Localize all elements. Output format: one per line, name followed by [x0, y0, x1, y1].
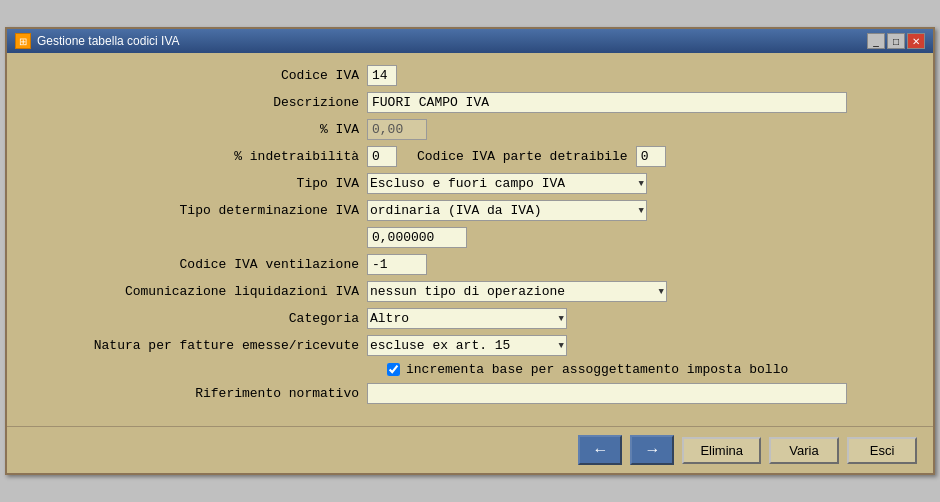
- extra-value-row: [27, 227, 913, 248]
- ventilazione-label: Codice IVA ventilazione: [27, 257, 367, 272]
- title-bar-left: ⊞ Gestione tabella codici IVA: [15, 33, 180, 49]
- window-icon: ⊞: [15, 33, 31, 49]
- natura-row: Natura per fatture emesse/ricevute esclu…: [27, 335, 913, 356]
- form-content: Codice IVA Descrizione % IVA % indetraib…: [7, 53, 933, 422]
- bottom-bar: ← → Elimina Varia Esci: [7, 426, 933, 473]
- indet-row: % indetraibilità Codice IVA parte detrai…: [27, 146, 913, 167]
- tipo-det-select-wrapper: ordinaria (IVA da IVA) altra: [367, 200, 647, 221]
- descrizione-label: Descrizione: [27, 95, 367, 110]
- extra-value-input[interactable]: [367, 227, 467, 248]
- categoria-label: Categoria: [27, 311, 367, 326]
- elimina-button[interactable]: Elimina: [682, 437, 761, 464]
- riferimento-label: Riferimento normativo: [27, 386, 367, 401]
- main-window: ⊞ Gestione tabella codici IVA _ □ ✕ Codi…: [5, 27, 935, 475]
- categoria-select-wrapper: Altro Imponibile Esente: [367, 308, 567, 329]
- bollo-checkbox[interactable]: [387, 363, 400, 376]
- codice-iva-input[interactable]: [367, 65, 397, 86]
- title-bar: ⊞ Gestione tabella codici IVA _ □ ✕: [7, 29, 933, 53]
- ventilazione-row: Codice IVA ventilazione: [27, 254, 913, 275]
- maximize-button[interactable]: □: [887, 33, 905, 49]
- natura-select[interactable]: escluse ex art. 15 non soggette esenti: [367, 335, 567, 356]
- minimize-button[interactable]: _: [867, 33, 885, 49]
- riferimento-row: Riferimento normativo: [27, 383, 913, 404]
- close-button[interactable]: ✕: [907, 33, 925, 49]
- comunicazione-select-wrapper: nessun tipo di operazione liquidazione m…: [367, 281, 667, 302]
- codice-parte-input[interactable]: [636, 146, 666, 167]
- prev-button[interactable]: ←: [578, 435, 622, 465]
- pct-iva-row: % IVA: [27, 119, 913, 140]
- tipo-iva-select-wrapper: Escluso e fuori campo IVA Imponibile Ese…: [367, 173, 647, 194]
- tipo-iva-row: Tipo IVA Escluso e fuori campo IVA Impon…: [27, 173, 913, 194]
- tipo-det-label: Tipo determinazione IVA: [27, 203, 367, 218]
- tipo-iva-label: Tipo IVA: [27, 176, 367, 191]
- esci-button[interactable]: Esci: [847, 437, 917, 464]
- codice-iva-row: Codice IVA: [27, 65, 913, 86]
- categoria-row: Categoria Altro Imponibile Esente: [27, 308, 913, 329]
- pct-iva-label: % IVA: [27, 122, 367, 137]
- riferimento-input[interactable]: [367, 383, 847, 404]
- window-title: Gestione tabella codici IVA: [37, 34, 180, 48]
- checkbox-row: incrementa base per assoggettamento impo…: [27, 362, 913, 377]
- next-button[interactable]: →: [630, 435, 674, 465]
- title-controls: _ □ ✕: [867, 33, 925, 49]
- codice-iva-label: Codice IVA: [27, 68, 367, 83]
- tipo-det-select[interactable]: ordinaria (IVA da IVA) altra: [367, 200, 647, 221]
- categoria-select[interactable]: Altro Imponibile Esente: [367, 308, 567, 329]
- pct-indet-input[interactable]: [367, 146, 397, 167]
- descrizione-input[interactable]: [367, 92, 847, 113]
- tipo-det-row: Tipo determinazione IVA ordinaria (IVA d…: [27, 200, 913, 221]
- natura-select-wrapper: escluse ex art. 15 non soggette esenti: [367, 335, 567, 356]
- natura-label: Natura per fatture emesse/ricevute: [27, 338, 367, 353]
- comunicazione-label: Comunicazione liquidazioni IVA: [27, 284, 367, 299]
- ventilazione-input[interactable]: [367, 254, 427, 275]
- pct-indet-label: % indetraibilità: [27, 149, 367, 164]
- pct-iva-input[interactable]: [367, 119, 427, 140]
- descrizione-row: Descrizione: [27, 92, 913, 113]
- checkbox-label: incrementa base per assoggettamento impo…: [406, 362, 788, 377]
- varia-button[interactable]: Varia: [769, 437, 839, 464]
- tipo-iva-select[interactable]: Escluso e fuori campo IVA Imponibile Ese…: [367, 173, 647, 194]
- comunicazione-row: Comunicazione liquidazioni IVA nessun ti…: [27, 281, 913, 302]
- codice-parte-label: Codice IVA parte detraibile: [397, 149, 636, 164]
- comunicazione-select[interactable]: nessun tipo di operazione liquidazione m…: [367, 281, 667, 302]
